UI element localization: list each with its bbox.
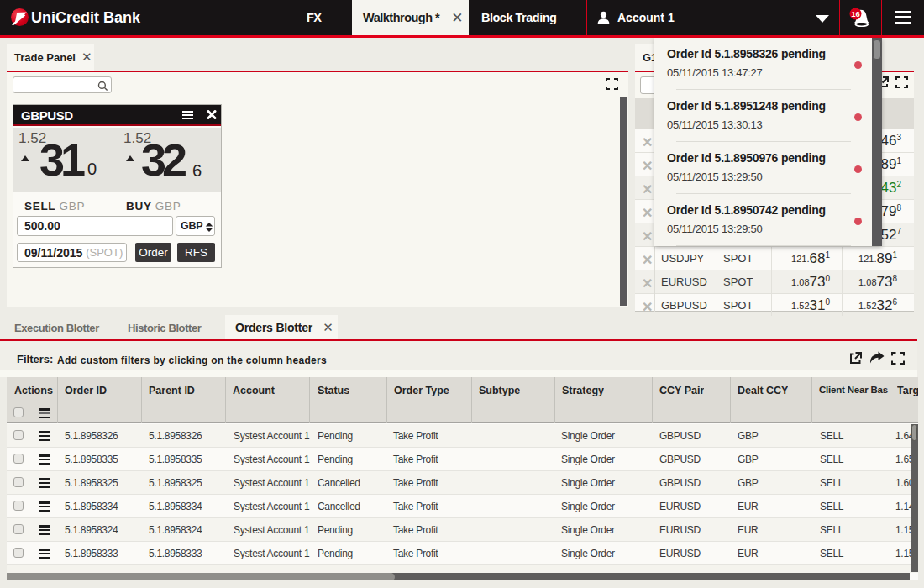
svg-text:16: 16 xyxy=(851,9,860,18)
